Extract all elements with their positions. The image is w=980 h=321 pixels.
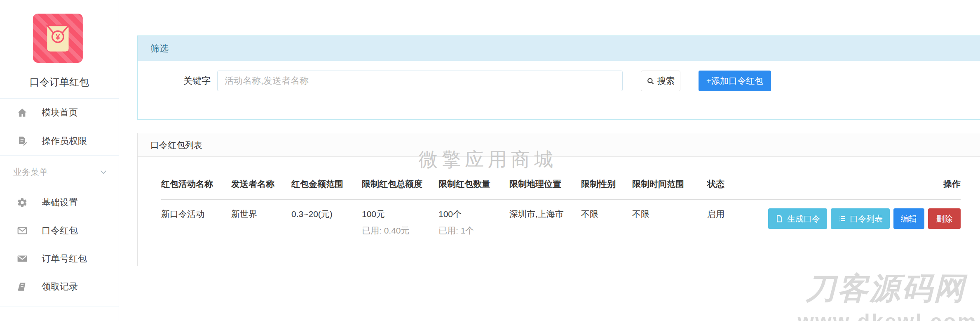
watermark-brand-name: 刀客源码网: [798, 268, 978, 309]
chevron-down-icon: [98, 167, 109, 177]
col-activity-name: 红包活动名称: [161, 157, 231, 199]
cell-time-limit: 不限: [632, 199, 707, 236]
sidebar: ¥ 口令订单红包 模块首页 操作员权限 业务菜单: [0, 0, 119, 321]
sidebar-item-label: 口令红包: [42, 224, 78, 237]
redpacket-list-panel: 口令红包列表 红包活动名称 发送者名称 红包金额范围 限制红包总额度 限制红包数…: [137, 133, 980, 266]
gear-icon: [17, 197, 28, 208]
record-book-icon: [17, 281, 28, 292]
keyword-label: 关键字: [183, 71, 211, 91]
password-list-button[interactable]: 口令列表: [831, 208, 890, 229]
app-title: 口令订单红包: [0, 76, 119, 89]
search-button-label: 搜索: [657, 75, 675, 87]
app-logo-red-envelope-icon: ¥: [33, 14, 83, 63]
watermark-brand-url: www.dkewl.com: [798, 309, 978, 321]
delete-button[interactable]: 删除: [928, 208, 961, 229]
search-button[interactable]: 搜索: [641, 71, 680, 91]
home-icon: [17, 107, 28, 118]
sidebar-menu: 模块首页 操作员权限 业务菜单 基础设置: [0, 98, 119, 307]
col-sender-name: 发送者名称: [231, 157, 291, 199]
sidebar-item-operator-permission[interactable]: 操作员权限: [0, 127, 119, 155]
cell-gender-limit: 不限: [581, 199, 632, 236]
table-row: 新口令活动 新世界 0.3~20(元) 100元 已用: 0.40元 100个 …: [161, 199, 961, 236]
cell-count-limit: 100个 已用: 1个: [438, 199, 509, 236]
col-actions: 操作: [763, 157, 961, 199]
col-time-limit: 限制时间范围: [632, 157, 707, 199]
sidebar-section-business-menu[interactable]: 业务菜单: [0, 156, 119, 189]
sidebar-item-basic-settings[interactable]: 基础设置: [0, 189, 119, 217]
sidebar-item-label: 操作员权限: [42, 135, 87, 147]
count-used-value: 已用: 1个: [438, 225, 509, 236]
filter-panel-body: 关键字 搜索 +添加口令红包: [138, 61, 980, 120]
cell-total-limit: 100元 已用: 0.40元: [362, 199, 438, 236]
file-icon: [775, 215, 783, 223]
edit-button[interactable]: 编辑: [893, 208, 924, 229]
watermark-dkewl: 刀客源码网 www.dkewl.com: [798, 268, 978, 321]
col-status: 状态: [707, 157, 763, 199]
redpacket-table: 红包活动名称 发送者名称 红包金额范围 限制红包总额度 限制红包数量 限制地理位…: [161, 157, 961, 236]
envelope-filled-icon: [17, 253, 28, 264]
cell-actions: 生成口令 口令列表 编辑 删除: [763, 199, 961, 236]
col-amount-range: 红包金额范围: [291, 157, 362, 199]
total-limit-value: 100元: [362, 208, 438, 220]
cell-sender-name: 新世界: [231, 199, 291, 236]
cell-status: 启用: [707, 199, 763, 236]
count-limit-value: 100个: [438, 208, 509, 220]
list-icon: [838, 215, 846, 223]
total-used-value: 已用: 0.40元: [362, 225, 438, 236]
divider: [0, 307, 119, 307]
operator-permission-icon: [17, 136, 28, 146]
cell-amount-range: 0.3~20(元): [291, 199, 362, 236]
list-panel-title: 口令红包列表: [138, 133, 980, 157]
sidebar-item-label: 领取记录: [42, 281, 78, 293]
add-password-redpacket-button[interactable]: +添加口令红包: [699, 71, 771, 91]
search-icon: [647, 77, 654, 85]
table-header-row: 红包活动名称 发送者名称 红包金额范围 限制红包总额度 限制红包数量 限制地理位…: [161, 157, 961, 199]
watermark-weiqin-app-store: 微擎应用商城: [419, 147, 557, 172]
sidebar-item-label: 订单号红包: [42, 253, 87, 265]
cell-activity-name: 新口令活动: [161, 199, 231, 236]
envelope-outline-icon: [17, 225, 28, 236]
col-gender-limit: 限制性别: [581, 157, 632, 199]
sidebar-section-label: 业务菜单: [13, 166, 48, 178]
generate-password-button[interactable]: 生成口令: [768, 208, 827, 229]
cell-geo-limit: 深圳市,上海市: [509, 199, 581, 236]
sidebar-item-password-redpacket[interactable]: 口令红包: [0, 217, 119, 245]
svg-text:¥: ¥: [56, 33, 60, 41]
keyword-input[interactable]: [217, 71, 623, 91]
sidebar-item-module-home[interactable]: 模块首页: [0, 98, 119, 127]
sidebar-item-label: 基础设置: [42, 196, 78, 209]
filter-panel: 筛选 关键字 搜索 +添加口令红包: [137, 35, 980, 120]
sidebar-item-order-redpacket[interactable]: 订单号红包: [0, 245, 119, 273]
sidebar-item-label: 模块首页: [42, 106, 78, 119]
sidebar-item-claim-records[interactable]: 领取记录: [0, 273, 119, 301]
filter-panel-title: 筛选: [138, 36, 980, 61]
